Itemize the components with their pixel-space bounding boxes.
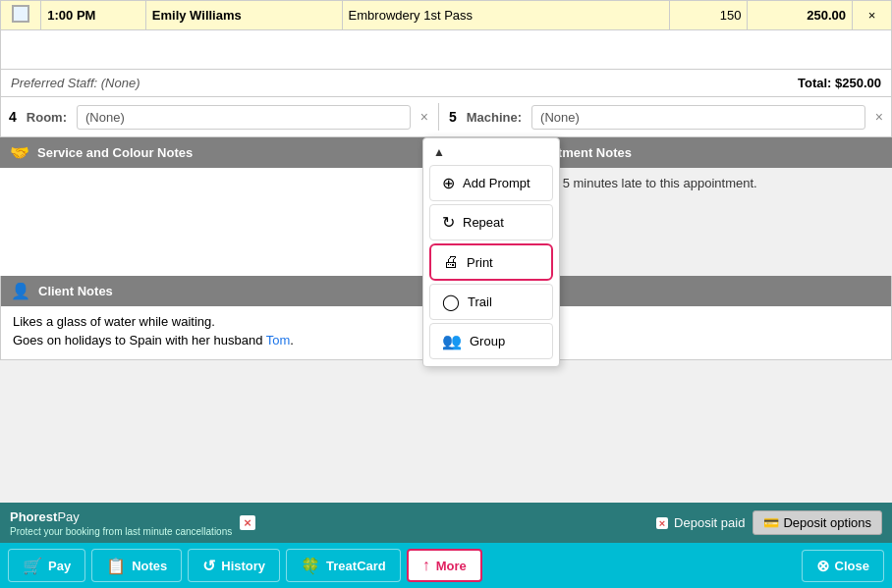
appt-close-button[interactable]: × xyxy=(853,1,892,30)
client-icon: 👤 xyxy=(11,282,30,300)
deposit-options-button[interactable]: 💳 Deposit options xyxy=(753,510,882,535)
notes-button[interactable]: 📋 Notes xyxy=(91,549,182,582)
total-label: Total: $250.00 xyxy=(798,76,881,90)
phorest-pay-subtitle: Protect your booking from last minute ca… xyxy=(10,526,232,537)
pay-button[interactable]: 🛒 Pay xyxy=(8,549,85,582)
phorest-pay-close-button[interactable]: × xyxy=(240,515,255,530)
more-button[interactable]: ↑ More xyxy=(407,549,482,582)
deposit-paid-label: Deposit paid xyxy=(674,515,745,530)
phorest-pay-info: PhorestPay Protect your booking from las… xyxy=(10,508,232,537)
room-machine-divider xyxy=(438,103,439,131)
toolbar-left-buttons: 🛒 Pay 📋 Notes ↺ History 🍀 TreatCard ↑ Mo… xyxy=(8,549,482,582)
close-button[interactable]: ⊗ Close xyxy=(802,550,884,582)
popup-print-label: Print xyxy=(467,255,493,270)
deposit-paid-section: × Deposit paid xyxy=(656,515,746,530)
phorest-pay-right: × Deposit paid 💳 Deposit options xyxy=(656,510,882,535)
room-number: 4 xyxy=(9,109,17,125)
popup-group-label: Group xyxy=(470,334,505,348)
popup-print[interactable]: 🖨 Print xyxy=(429,243,553,281)
client-note-2-link[interactable]: Tom xyxy=(266,333,291,347)
appt-client-name: Emily Williams xyxy=(145,1,342,30)
more-icon: ↑ xyxy=(422,557,430,574)
machine-clear-button[interactable]: × xyxy=(875,109,883,125)
machine-number: 5 xyxy=(449,109,457,125)
popup-repeat-label: Repeat xyxy=(463,215,504,230)
appt-service: Embrowdery 1st Pass xyxy=(342,1,669,30)
appointment-table: 1:00 PM Emily Williams Embrowdery 1st Pa… xyxy=(0,0,892,70)
appointment-checkbox[interactable] xyxy=(12,5,29,23)
bottom-toolbar: 🛒 Pay 📋 Notes ↺ History 🍀 TreatCard ↑ Mo… xyxy=(0,543,892,588)
popup-group[interactable]: 👥 Group xyxy=(429,323,553,359)
history-button[interactable]: ↺ History xyxy=(188,549,280,582)
toolbar-right-buttons: ⊗ Close xyxy=(802,550,884,582)
treatcard-button[interactable]: 🍀 TreatCard xyxy=(286,549,401,582)
popup-menu: ▲ ⊕ Add Prompt ↻ Repeat 🖨 Print ◯ Trail … xyxy=(422,137,560,367)
trail-icon: ◯ xyxy=(442,293,460,311)
popup-trail-label: Trail xyxy=(468,294,492,309)
room-label: Room: xyxy=(27,110,67,125)
popup-add-prompt[interactable]: ⊕ Add Prompt xyxy=(429,165,553,201)
appt-qty: 150 xyxy=(669,1,748,30)
popup-repeat[interactable]: ↻ Repeat xyxy=(429,204,553,241)
machine-label: Machine: xyxy=(467,110,522,125)
notes-icon: 📋 xyxy=(106,557,126,575)
appt-price: 250.00 xyxy=(748,1,853,30)
phorest-pay-bar: PhorestPay Protect your booking from las… xyxy=(0,503,892,543)
popup-trail[interactable]: ◯ Trail xyxy=(429,284,553,320)
cart-icon: 🛒 xyxy=(23,557,42,575)
hand-icon: 🤝 xyxy=(10,143,29,162)
room-clear-button[interactable]: × xyxy=(420,109,428,125)
appt-time: 1:00 PM xyxy=(41,1,146,30)
appt-checkbox-cell[interactable] xyxy=(1,1,41,30)
service-colour-notes-header: 🤝 Service and Colour Notes xyxy=(0,137,446,168)
popup-arrow: ▲ xyxy=(423,142,559,162)
repeat-icon: ↻ xyxy=(442,213,455,232)
client-note-2-text: Goes on holidays to Spain with her husba… xyxy=(13,333,266,347)
preferred-staff-label: Preferred Staff: (None) xyxy=(11,76,140,90)
popup-add-prompt-label: Add Prompt xyxy=(463,176,530,190)
print-icon: 🖨 xyxy=(443,253,459,271)
machine-input[interactable] xyxy=(531,105,865,130)
service-colour-notes-content xyxy=(0,168,446,276)
main-container: 1:00 PM Emily Williams Embrowdery 1st Pa… xyxy=(0,0,892,588)
room-input[interactable] xyxy=(77,105,411,130)
credit-card-icon: 💳 xyxy=(763,515,779,530)
add-prompt-icon: ⊕ xyxy=(442,174,455,192)
group-icon: 👥 xyxy=(442,332,462,350)
close-icon: ⊗ xyxy=(816,557,829,575)
history-icon: ↺ xyxy=(202,557,215,575)
deposit-x-button[interactable]: × xyxy=(656,517,668,529)
room-machine-row: 4 Room: × 5 Machine: × xyxy=(0,97,892,137)
spacer xyxy=(0,360,892,503)
treatcard-icon: 🍀 xyxy=(301,557,320,575)
preferred-staff-bar: Preferred Staff: (None) Total: $250.00 xyxy=(0,70,892,97)
phorest-pay-title: PhorestPay xyxy=(10,508,232,524)
